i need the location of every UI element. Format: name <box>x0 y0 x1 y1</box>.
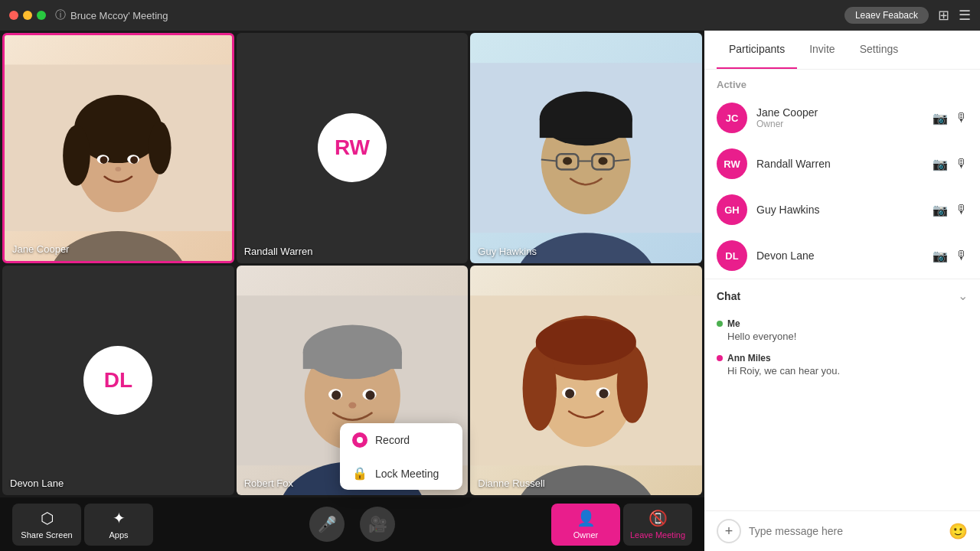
randall-name-label: Randall Warren <box>244 246 313 257</box>
bottom-toolbar: ⬡ Share Screen ✦ Apps 🎤 🎥 👤 <box>0 497 704 551</box>
participant-item-jane: JC Jane Cooper Owner 📷 🎙 <box>704 95 980 141</box>
video-tile-randall[interactable]: RW Randall Warren <box>237 33 469 263</box>
info-icon: ⓘ <box>55 8 66 22</box>
randall-avatar: RW <box>318 113 387 182</box>
participant-name-jane: Jane Cooper <box>756 106 923 119</box>
svg-point-34 <box>365 390 374 399</box>
svg-point-23 <box>563 157 572 165</box>
video-icon-devon: 📷 <box>933 249 948 263</box>
participant-controls-devon: 📷 🎙 <box>933 249 968 263</box>
svg-point-6 <box>149 122 172 174</box>
video-icon-randall: 📷 <box>933 157 948 171</box>
meeting-title-area: ⓘ Bruce Mccoy' Meeting <box>55 8 168 22</box>
leave-feedback-button[interactable]: Leaev Feaback <box>844 7 929 24</box>
chat-add-button[interactable]: + <box>717 519 741 543</box>
svg-rect-17 <box>540 119 632 138</box>
meeting-title: Bruce Mccoy' Meeting <box>70 10 168 21</box>
chat-author-0: Me <box>717 318 968 329</box>
participant-info-randall: Randall Warren <box>756 158 923 170</box>
chat-author-1: Ann Miles <box>717 353 968 364</box>
camera-icon: 🎥 <box>368 515 387 533</box>
svg-point-10 <box>130 156 138 164</box>
view-layout-icon[interactable]: ⊞ <box>938 7 949 24</box>
toolbar-left: ⬡ Share Screen ✦ Apps <box>12 504 153 546</box>
video-tile-dianne[interactable]: Dianne Russell <box>470 266 702 496</box>
tab-invite[interactable]: Invite <box>797 31 847 69</box>
apps-button[interactable]: ✦ Apps <box>84 504 153 546</box>
share-screen-label: Share Screen <box>21 530 72 540</box>
main-content: Jane Cooper RW Randall Warren <box>0 31 980 551</box>
share-screen-icon: ⬡ <box>41 509 54 527</box>
leave-meeting-button[interactable]: 📵 Leave Meeting <box>623 504 692 546</box>
share-screen-button[interactable]: ⬡ Share Screen <box>12 504 81 546</box>
participant-controls-guy: 📷 🎙 <box>933 203 968 217</box>
leave-icon: 📵 <box>648 509 668 527</box>
svg-point-47 <box>599 389 609 398</box>
video-area: Jane Cooper RW Randall Warren <box>0 31 704 551</box>
chat-header[interactable]: Chat ⌄ <box>704 279 980 312</box>
maximize-window-button[interactable] <box>37 11 46 20</box>
video-tile-guy[interactable]: Guy Hawkins <box>470 33 702 263</box>
participant-controls-randall: 📷 🎙 <box>933 157 968 171</box>
leave-meeting-label: Leave Meeting <box>630 530 685 540</box>
avatar-guy: GH <box>717 194 747 225</box>
svg-point-1 <box>50 231 186 260</box>
video-icon-guy: 📷 <box>933 203 948 217</box>
record-menu-item[interactable]: Record <box>340 423 462 457</box>
chat-input-area: + 🙂 <box>704 510 980 551</box>
video-icon-jane: 📷 <box>933 111 948 126</box>
microphone-button[interactable]: 🎤 <box>309 507 345 542</box>
tab-participants[interactable]: Participants <box>717 31 797 69</box>
guy-name-label: Guy Hawkins <box>478 246 537 257</box>
record-icon <box>352 432 368 448</box>
minimize-window-button[interactable] <box>23 11 32 20</box>
svg-rect-30 <box>302 351 401 368</box>
participant-name-guy: Guy Hawkins <box>756 204 923 216</box>
toolbar-center: 🎤 🎥 <box>153 507 551 542</box>
title-bar: ⓘ Bruce Mccoy' Meeting Leaev Feaback ⊞ ☰ <box>0 0 980 31</box>
participant-name-devon: Devon Lane <box>756 249 923 262</box>
avatar-randall: RW <box>717 148 747 179</box>
chat-section: Chat ⌄ Me Hello everyone! Ann Miles <box>704 279 980 551</box>
mic-icon-randall: 🎙 <box>956 157 968 171</box>
emoji-button[interactable]: 🙂 <box>949 522 968 540</box>
lock-icon: 🔒 <box>352 466 368 481</box>
apps-label: Apps <box>109 530 128 540</box>
participant-info-jane: Jane Cooper Owner <box>756 106 923 129</box>
tab-settings[interactable]: Settings <box>848 31 911 69</box>
mic-icon-devon: 🎙 <box>956 249 968 262</box>
chat-text-1: Hi Roiy, we can hear you. <box>727 365 968 377</box>
hamburger-menu-icon[interactable]: ☰ <box>959 7 971 24</box>
jane-name-label: Jane Cooper <box>12 243 69 255</box>
svg-point-11 <box>115 167 121 171</box>
participant-info-guy: Guy Hawkins <box>756 204 923 216</box>
svg-point-35 <box>348 402 356 408</box>
title-bar-actions: Leaev Feaback ⊞ ☰ <box>844 7 971 24</box>
chat-chevron-icon: ⌄ <box>958 289 968 303</box>
active-section-title: Active <box>704 70 980 95</box>
popup-menu: Record 🔒 Lock Meeting <box>340 423 462 490</box>
chat-message-1: Ann Miles Hi Roiy, we can hear you. <box>717 353 968 377</box>
video-tile-jane[interactable]: Jane Cooper <box>2 33 234 263</box>
chat-input[interactable] <box>749 525 941 537</box>
participant-role-jane: Owner <box>756 119 923 129</box>
owner-label: Owner <box>573 530 598 540</box>
participant-item-randall: RW Randall Warren 📷 🎙 <box>704 141 980 187</box>
dianne-name-label: Dianne Russell <box>478 478 544 489</box>
chat-text-0: Hello everyone! <box>727 331 968 342</box>
svg-point-46 <box>565 389 574 398</box>
sidebar-tabs: Participants Invite Settings <box>704 31 980 70</box>
devon-name-label: Devon Lane <box>10 478 64 489</box>
avatar-devon: DL <box>717 240 747 271</box>
close-window-button[interactable] <box>9 11 18 20</box>
microphone-icon: 🎤 <box>318 515 337 533</box>
video-tile-devon[interactable]: DL Devon Lane <box>2 266 234 496</box>
camera-button[interactable]: 🎥 <box>360 507 395 542</box>
lock-label: Lock Meeting <box>375 468 439 480</box>
lock-meeting-menu-item[interactable]: 🔒 Lock Meeting <box>340 457 462 490</box>
owner-icon: 👤 <box>577 509 596 527</box>
mic-icon-guy: 🎙 <box>956 203 968 217</box>
svg-point-9 <box>100 156 108 164</box>
owner-button[interactable]: 👤 Owner <box>551 504 620 546</box>
participant-item-devon: DL Devon Lane 📷 🎙 <box>704 233 980 279</box>
